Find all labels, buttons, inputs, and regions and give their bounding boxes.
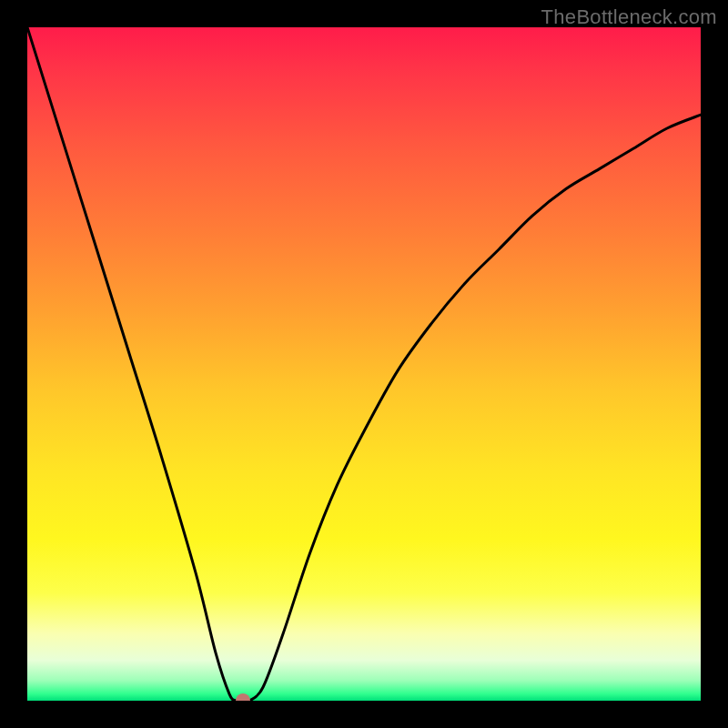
plot-area (27, 27, 701, 701)
curve-svg (27, 27, 701, 701)
watermark-text: TheBottleneck.com (541, 5, 717, 29)
chart-frame: TheBottleneck.com (0, 0, 728, 728)
bottleneck-curve-path (27, 27, 701, 701)
